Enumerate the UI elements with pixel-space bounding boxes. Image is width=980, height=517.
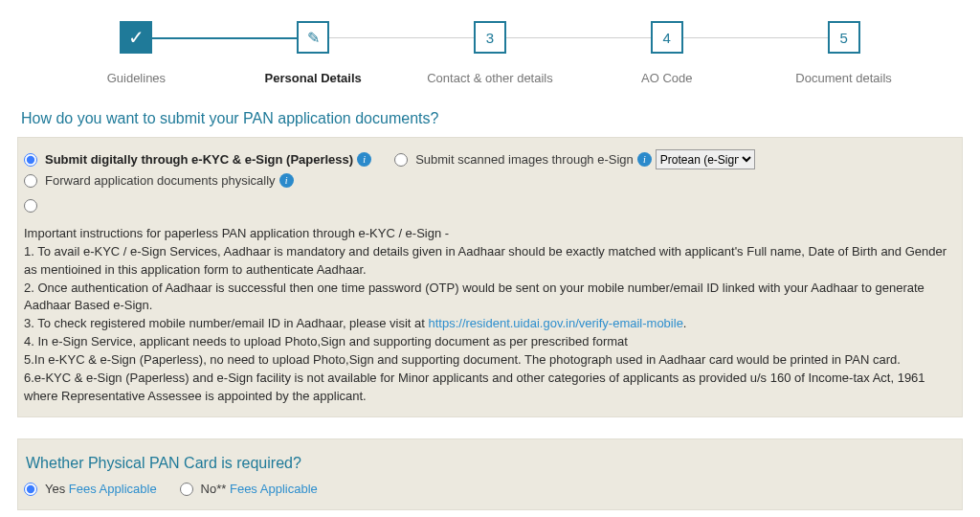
fees-link-no[interactable]: Fees Applicable xyxy=(230,482,318,496)
option-physical-no[interactable]: No** Fees Applicable xyxy=(180,482,318,496)
step-document-details[interactable]: 5 Document details xyxy=(755,21,932,85)
info-icon[interactable]: i xyxy=(637,152,652,167)
instruction-line: 4. In e-Sign Service, applicant needs to… xyxy=(24,333,956,351)
step-ao-code[interactable]: 4 AO Code xyxy=(578,21,755,85)
option-physical-forward[interactable]: Forward application documents physically… xyxy=(24,173,294,188)
label-physical-yes: Yes Fees Applicable xyxy=(45,482,157,496)
step-label: Personal Details xyxy=(265,71,362,85)
step-label: Document details xyxy=(795,71,891,85)
uidai-link[interactable]: https://resident.uidai.gov.in/verify-ema… xyxy=(428,316,682,330)
step-contact-details[interactable]: 3 Contact & other details xyxy=(402,21,579,85)
radio-physical-no[interactable] xyxy=(180,483,193,496)
progress-stepper: ✓ Guidelines ✎ Personal Details 3 Contac… xyxy=(0,0,980,93)
label-scanned-esign: Submit scanned images through e-Sign xyxy=(415,152,634,167)
label-physical-no: No** Fees Applicable xyxy=(201,482,318,496)
radio-physical-forward[interactable] xyxy=(24,174,37,188)
submit-method-block: Submit digitally through e-KYC & e-Sign … xyxy=(17,137,963,417)
pencil-icon: ✎ xyxy=(297,21,329,54)
instruction-line: 3. To check registered mobile number/ema… xyxy=(24,315,956,333)
step-number: 4 xyxy=(651,21,683,54)
instruction-line: 5.In e-KYC & e-Sign (Paperless), no need… xyxy=(24,351,956,370)
step-number: 3 xyxy=(474,21,506,54)
instruction-line: 1. To avail e-KYC / e-Sign Services, Aad… xyxy=(24,243,956,280)
step-number: 5 xyxy=(828,21,860,54)
esign-provider-select[interactable]: Protean (e-Sign) xyxy=(656,149,755,169)
extra-radio-row xyxy=(24,199,956,215)
radio-physical-yes[interactable] xyxy=(24,483,37,496)
label-ekyc-esign: Submit digitally through e-KYC & e-Sign … xyxy=(45,152,353,167)
step-personal-details[interactable]: ✎ Personal Details xyxy=(225,21,402,85)
step-label: Guidelines xyxy=(107,71,166,85)
radio-ekyc-esign[interactable] xyxy=(24,153,37,167)
instruction-line: 2. Once authentication of Aadhaar is suc… xyxy=(24,280,956,316)
option-physical-yes[interactable]: Yes Fees Applicable xyxy=(24,482,157,496)
fees-link-yes[interactable]: Fees Applicable xyxy=(69,482,157,496)
radio-scanned-esign[interactable] xyxy=(394,153,408,167)
step-label: Contact & other details xyxy=(427,71,553,85)
instructions-title: Important instructions for paperless PAN… xyxy=(24,225,956,243)
step-guidelines[interactable]: ✓ Guidelines xyxy=(48,21,225,85)
label-physical-forward: Forward application documents physically xyxy=(45,173,276,188)
option-ekyc-esign[interactable]: Submit digitally through e-KYC & e-Sign … xyxy=(24,152,371,167)
physical-card-block: Whether Physical PAN Card is required? Y… xyxy=(17,438,963,510)
question-submit-method: How do you want to submit your PAN appli… xyxy=(21,110,963,127)
info-icon[interactable]: i xyxy=(357,152,371,167)
instructions-block: Important instructions for paperless PAN… xyxy=(24,225,956,405)
option-scanned-esign[interactable]: Submit scanned images through e-Sign i P… xyxy=(394,149,755,169)
radio-extra[interactable] xyxy=(24,199,37,213)
instruction-line: 6.e-KYC & e-Sign (Paperless) and e-Sign … xyxy=(24,370,956,406)
step-label: AO Code xyxy=(641,71,692,85)
check-icon: ✓ xyxy=(120,21,152,54)
info-icon[interactable]: i xyxy=(279,173,294,188)
question-physical-card: Whether Physical PAN Card is required? xyxy=(26,455,956,472)
submit-method-options: Submit digitally through e-KYC & e-Sign … xyxy=(24,149,956,197)
